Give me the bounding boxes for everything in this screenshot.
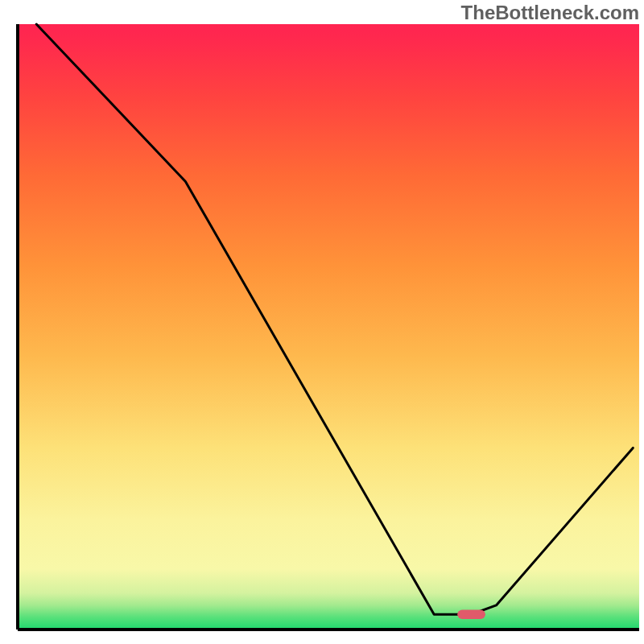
optimal-marker — [457, 610, 485, 619]
bottleneck-plot — [0, 0, 644, 644]
chart-stage: TheBottleneck.com — [0, 0, 644, 644]
plot-background — [18, 24, 639, 630]
